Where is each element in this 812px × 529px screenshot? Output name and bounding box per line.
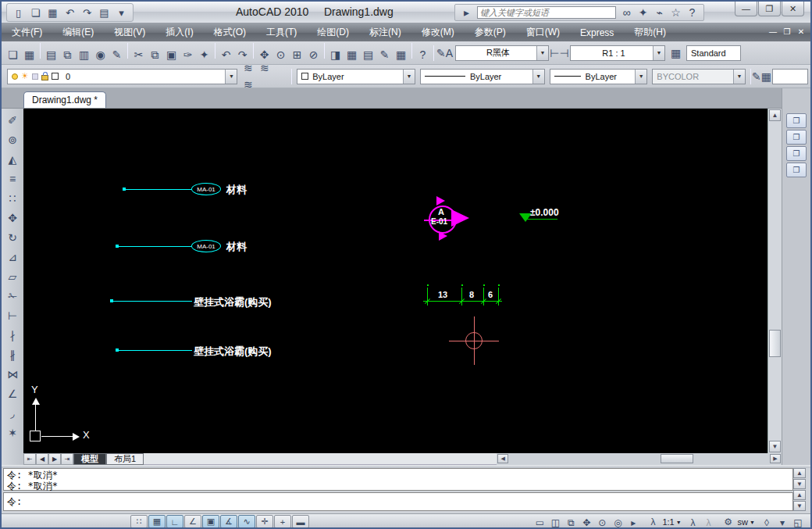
rotate-icon[interactable]: ↻ <box>4 228 22 246</box>
tab-model[interactable]: 模型 <box>73 453 106 465</box>
print-icon[interactable]: ▤ <box>43 46 59 63</box>
menu-f[interactable]: 文件(F) <box>2 23 52 41</box>
print-preview-icon[interactable]: ⧉ <box>59 47 76 63</box>
menu-express[interactable]: Express <box>570 25 624 41</box>
dim-style-icon[interactable]: ⊢⊣ <box>551 45 568 61</box>
steering-wheel-icon[interactable]: ◎ <box>610 516 625 529</box>
zoom-previous-icon[interactable]: ⊘ <box>305 46 322 63</box>
menu-t[interactable]: 工具(T) <box>256 23 307 41</box>
toolbar-options-icon[interactable]: ▾ <box>114 5 129 20</box>
menu-e[interactable]: 编辑(E) <box>52 23 104 41</box>
doc-minimize-icon[interactable]: — <box>767 26 779 38</box>
paste-icon[interactable]: ▣ <box>163 46 180 63</box>
chevron-down-icon[interactable] <box>536 46 548 60</box>
quick-view-layouts-icon[interactable]: ◫ <box>547 516 563 529</box>
osnap-angle-icon[interactable]: ∡ <box>220 515 237 528</box>
properties-icon[interactable]: ◨ <box>327 46 344 63</box>
dim-style-combo[interactable]: R1 : 1 <box>570 45 665 61</box>
chevron-down-icon[interactable] <box>653 46 664 60</box>
menu-m[interactable]: 修改(M) <box>411 23 465 41</box>
horizontal-scrollbar[interactable]: ◀ ▶ <box>497 453 782 465</box>
docked-panel-icon[interactable]: ❐ <box>786 146 807 161</box>
favorites-icon[interactable]: ☆ <box>668 5 684 21</box>
extra-combo[interactable] <box>772 69 808 84</box>
scroll-up-icon[interactable]: ▲ <box>793 490 806 500</box>
designcenter-icon[interactable]: ▦ <box>344 46 360 63</box>
open-icon[interactable]: ❏ <box>28 5 43 20</box>
chevron-down-icon[interactable] <box>403 70 415 84</box>
move-icon[interactable]: ✥ <box>4 209 22 227</box>
tab-layout1[interactable]: 布局1 <box>106 453 144 465</box>
plot-icon[interactable]: ▥ <box>76 46 92 63</box>
print-icon[interactable]: ▤ <box>97 5 112 20</box>
search-go-icon[interactable]: ▸ <box>458 5 475 21</box>
doc-close-icon[interactable]: ✕ <box>795 26 807 38</box>
menu-n[interactable]: 标注(N) <box>359 23 411 41</box>
search-input[interactable] <box>477 6 616 19</box>
save-icon[interactable]: ▦ <box>45 5 60 20</box>
3d-dwf-icon[interactable]: ◉ <box>92 46 109 63</box>
communication-icon[interactable]: ⌁ <box>651 5 668 21</box>
layer-lock-icon[interactable] <box>41 75 48 80</box>
stretch-icon[interactable]: ▱ <box>4 267 22 285</box>
layer-on-icon[interactable] <box>12 73 18 80</box>
layer-thaw-icon[interactable]: ☀ <box>21 71 29 81</box>
annotation-scale-control[interactable]: λ 1:1 ▼ <box>643 516 683 529</box>
object-snap-icon[interactable]: ▣ <box>202 515 219 528</box>
fillet-icon[interactable]: ◞ <box>4 404 22 422</box>
markup-icon[interactable]: ✎ <box>109 46 125 63</box>
menu-w[interactable]: 窗口(W) <box>516 23 570 41</box>
copy-object-icon[interactable]: ⊚ <box>4 130 22 148</box>
vertical-scroll-thumb[interactable] <box>769 330 781 357</box>
tab-first-icon[interactable]: ⇤ <box>23 453 36 465</box>
trim-icon[interactable]: ✁ <box>4 287 22 305</box>
scroll-down-icon[interactable]: ▼ <box>793 501 806 511</box>
command-history[interactable]: 令: *取消* 令: *取消* <box>3 468 793 491</box>
menu-v[interactable]: 视图(V) <box>104 23 155 41</box>
text-style-icon[interactable]: ✎A <box>436 45 453 61</box>
command-scrollbar[interactable]: ▲ ▼ ▲ ▼ <box>793 468 807 511</box>
vertical-scrollbar[interactable]: ▲ ▼ <box>767 109 782 453</box>
tab-next-icon[interactable]: ▶ <box>48 453 61 465</box>
show-motion-icon[interactable]: ▸ <box>625 516 641 529</box>
zoom-realtime-icon[interactable]: ⊙ <box>594 516 610 529</box>
undo-icon[interactable]: ↶ <box>62 5 77 20</box>
chevron-down-icon[interactable] <box>635 70 646 84</box>
auto-annotation-icon[interactable]: λ <box>701 516 717 529</box>
cut-icon[interactable]: ✂ <box>130 46 147 63</box>
break-at-point-icon[interactable]: ∤ <box>4 326 22 344</box>
table-edit-icon[interactable]: ✎▦ <box>753 68 770 84</box>
minimize-button[interactable]: — <box>735 2 757 16</box>
open-icon[interactable]: ❏ <box>5 46 21 63</box>
color-combo[interactable]: ByLayer <box>297 69 415 84</box>
extend-icon[interactable]: ⊢ <box>4 306 22 324</box>
lineweight-combo[interactable]: ByLayer <box>550 69 648 84</box>
doc-restore-icon[interactable]: ❐ <box>781 26 793 38</box>
close-button[interactable]: ✕ <box>782 2 804 16</box>
scroll-down-icon[interactable]: ▼ <box>793 479 806 489</box>
chevron-down-icon[interactable] <box>532 70 544 84</box>
new-icon[interactable]: ▯ <box>11 5 26 20</box>
status-menu-icon[interactable]: ▾ <box>775 516 790 529</box>
grid-display-icon[interactable]: ▦ <box>148 515 166 528</box>
scroll-down-icon[interactable]: ▼ <box>769 441 781 452</box>
sheet-set-icon[interactable]: ▤ <box>360 46 376 63</box>
clean-screen-icon[interactable]: ◱ <box>790 516 806 529</box>
pan-icon[interactable]: ✥ <box>579 516 594 529</box>
restore-button[interactable]: ❐ <box>758 2 781 16</box>
object-snap-tracking-icon[interactable]: ∿ <box>238 515 255 528</box>
quickcalc-icon[interactable]: ▦ <box>393 46 409 63</box>
command-input[interactable]: 令: <box>3 492 793 511</box>
docked-panel-icon[interactable]: ❐ <box>786 113 807 128</box>
markup-set-icon[interactable]: ✎ <box>376 46 393 63</box>
match-properties-icon[interactable]: ✑ <box>180 46 196 63</box>
array-icon[interactable]: ∷ <box>4 189 22 207</box>
lock-icon[interactable]: ◊ <box>759 516 775 529</box>
mirror-icon[interactable]: ◭ <box>4 150 22 168</box>
chevron-down-icon[interactable]: ▼ <box>676 520 682 525</box>
tab-prev-icon[interactable]: ◀ <box>36 453 48 465</box>
docked-panel-icon[interactable]: ❐ <box>786 130 807 145</box>
zoom-window-icon[interactable]: ⊞ <box>289 46 305 63</box>
erase-icon[interactable]: ✐ <box>4 111 22 129</box>
annotation-visibility-icon[interactable]: λ <box>686 516 701 529</box>
